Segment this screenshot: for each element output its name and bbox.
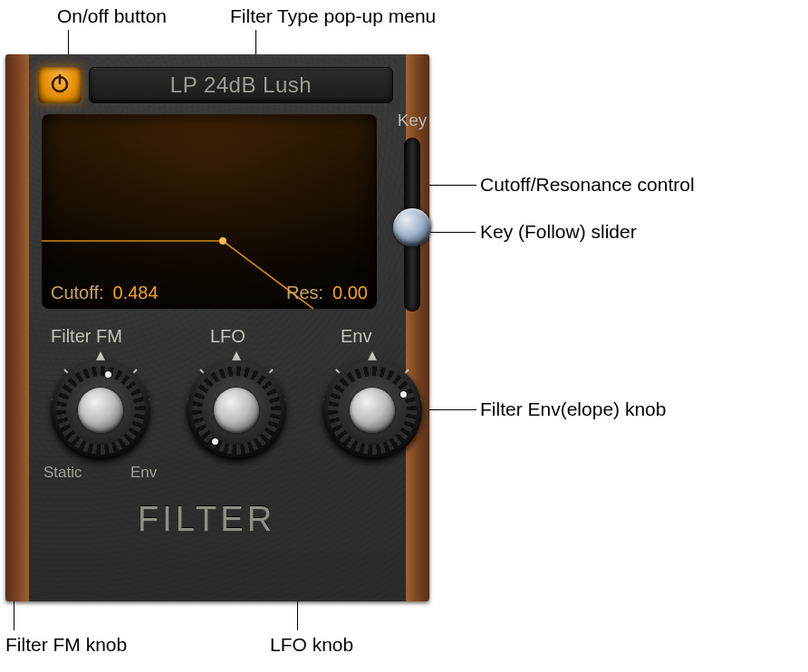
- filter-type-label: LP 24dB Lush: [170, 72, 312, 98]
- callout-key-slider: Key (Follow) slider: [480, 221, 637, 243]
- res-value: 0.00: [332, 283, 368, 303]
- cutoff-value: 0.484: [113, 283, 159, 303]
- fm-knob-label: Filter FM: [51, 326, 122, 347]
- filter-env-knob[interactable]: [322, 360, 422, 460]
- key-slider-thumb[interactable]: [393, 208, 431, 246]
- callout-power: On/off button: [57, 5, 167, 27]
- svg-marker-10: [96, 351, 105, 360]
- lfo-knob[interactable]: [187, 360, 286, 460]
- callout-lfo-knob: LFO knob: [270, 634, 353, 656]
- key-label: Key: [387, 110, 438, 130]
- callout-fm-knob: Filter FM knob: [5, 634, 127, 656]
- callout-ftype: Filter Type pop-up menu: [230, 5, 436, 27]
- fm-knob-right-text: Env: [130, 464, 157, 482]
- filter-readout: Cutoff: 0.484 Res: 0.00: [42, 283, 377, 303]
- lfo-knob-label: LFO: [210, 326, 245, 347]
- callout-env-knob: Filter Env(elope) knob: [480, 398, 666, 420]
- filter-type-menu[interactable]: LP 24dB Lush: [89, 67, 393, 103]
- filter-panel-frame: LP 24dB Lush Cutoff: 0.484 Res: 0.00 Key…: [5, 54, 429, 601]
- res-label: Res:: [286, 283, 323, 303]
- callout-cutoff-res: Cutoff/Resonance control: [480, 174, 695, 196]
- svg-marker-16: [232, 351, 241, 360]
- section-title: FILTER: [138, 500, 275, 539]
- cutoff-resonance-curve[interactable]: [42, 114, 377, 309]
- fm-knob-left-text: Static: [43, 464, 82, 482]
- cutoff-label: Cutoff:: [51, 283, 104, 303]
- filter-display[interactable]: Cutoff: 0.484 Res: 0.00: [42, 114, 377, 309]
- filter-fm-knob[interactable]: [51, 360, 150, 460]
- svg-marker-22: [368, 351, 377, 360]
- env-knob-label: Env: [341, 326, 371, 347]
- power-icon: [49, 72, 71, 98]
- svg-point-4: [219, 237, 226, 245]
- filter-panel: LP 24dB Lush Cutoff: 0.484 Res: 0.00 Key…: [29, 54, 406, 601]
- power-button[interactable]: [38, 67, 82, 103]
